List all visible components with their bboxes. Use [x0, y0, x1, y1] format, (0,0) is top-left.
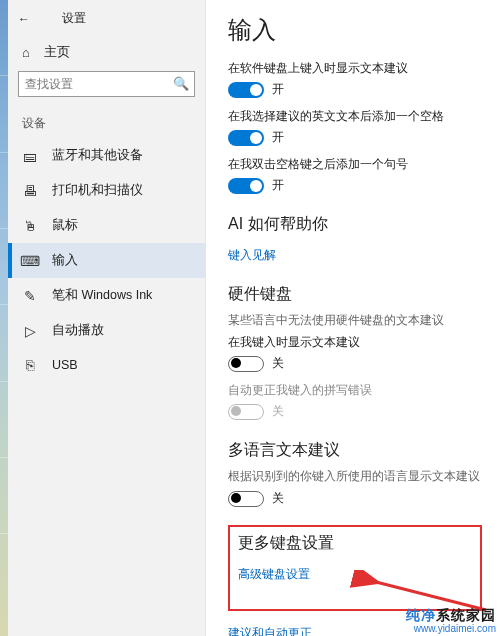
home-label: 主页	[44, 43, 70, 61]
printer-icon: 🖶	[22, 183, 38, 199]
nav-list: 🖴蓝牙和其他设备 🖶打印机和扫描仪 🖱鼠标 ⌨输入 ✎笔和 Windows In…	[8, 138, 205, 382]
usb-icon: ⎘	[22, 357, 38, 373]
bluetooth-icon: 🖴	[22, 148, 38, 164]
window-title: 设置	[62, 10, 86, 27]
pen-icon: ✎	[22, 288, 38, 304]
toggle-state: 关	[272, 403, 284, 420]
toggle-state: 开	[272, 129, 284, 146]
toggle-state: 开	[272, 177, 284, 194]
nav-bluetooth[interactable]: 🖴蓝牙和其他设备	[8, 138, 205, 173]
nav-typing[interactable]: ⌨输入	[8, 243, 205, 278]
ai-heading: AI 如何帮助你	[228, 214, 482, 235]
page-title: 输入	[228, 14, 482, 46]
search-icon[interactable]: 🔍	[173, 76, 189, 91]
ml-heading: 多语言文本建议	[228, 440, 482, 461]
autoplay-icon: ▷	[22, 323, 38, 339]
toggle-multilang[interactable]	[228, 491, 264, 507]
home-nav[interactable]: ⌂ 主页	[8, 35, 205, 71]
search-input[interactable]	[18, 71, 195, 97]
mouse-icon: 🖱	[22, 218, 38, 234]
hw-desc: 某些语言中无法使用硬件键盘的文本建议	[228, 313, 482, 328]
nav-printers[interactable]: 🖶打印机和扫描仪	[8, 173, 205, 208]
suggest-link[interactable]: 建议和自动更正	[228, 625, 312, 636]
nav-pen[interactable]: ✎笔和 Windows Ink	[8, 278, 205, 313]
setting-label: 自动更正我键入的拼写错误	[228, 382, 482, 399]
ai-insights-link[interactable]: 键入见解	[228, 247, 276, 264]
setting-label: 在我双击空格键之后添加一个句号	[228, 156, 482, 173]
annotation-box: 更多键盘设置 高级键盘设置	[228, 525, 482, 611]
toggle-space[interactable]	[228, 130, 264, 146]
back-button[interactable]: ←	[18, 12, 30, 26]
ml-desc: 根据识别到的你键入所使用的语言显示文本建议	[228, 469, 482, 484]
nav-mouse[interactable]: 🖱鼠标	[8, 208, 205, 243]
toggle-state: 开	[272, 81, 284, 98]
section-label: 设备	[8, 109, 205, 138]
setting-label: 在我选择建议的英文文本后添加一个空格	[228, 108, 482, 125]
home-icon: ⌂	[22, 45, 30, 60]
more-heading: 更多键盘设置	[238, 533, 472, 554]
keyboard-icon: ⌨	[22, 253, 38, 269]
advanced-keyboard-link[interactable]: 高级键盘设置	[238, 566, 310, 583]
toggle-state: 关	[272, 355, 284, 372]
toggle-hw-autocorrect	[228, 404, 264, 420]
settings-window: ← 设置 ⌂ 主页 🔍 设备 🖴蓝牙和其他设备 🖶打印机和扫描仪 🖱鼠标 ⌨输入…	[8, 0, 500, 636]
setting-label: 在软件键盘上键入时显示文本建议	[228, 60, 482, 77]
toggle-suggestions[interactable]	[228, 82, 264, 98]
nav-usb[interactable]: ⎘USB	[8, 348, 205, 382]
content-pane[interactable]: 输入 在软件键盘上键入时显示文本建议 开 在我选择建议的英文文本后添加一个空格 …	[206, 0, 500, 636]
hw-heading: 硬件键盘	[228, 284, 482, 305]
toggle-state: 关	[272, 490, 284, 507]
toggle-period[interactable]	[228, 178, 264, 194]
setting-label: 在我键入时显示文本建议	[228, 334, 482, 351]
sidebar: ← 设置 ⌂ 主页 🔍 设备 🖴蓝牙和其他设备 🖶打印机和扫描仪 🖱鼠标 ⌨输入…	[8, 0, 206, 636]
nav-autoplay[interactable]: ▷自动播放	[8, 313, 205, 348]
toggle-hw-suggest[interactable]	[228, 356, 264, 372]
desktop-strip	[0, 0, 8, 636]
